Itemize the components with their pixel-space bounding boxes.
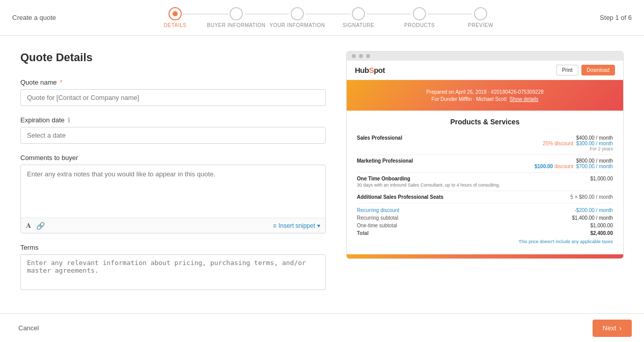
summary-section: Recurring discount -$200.00 / month Recu… (357, 203, 613, 247)
preview-body: Products & Services Sales Professional $… (347, 111, 623, 254)
logo-dot: S (369, 66, 374, 74)
product-row-onboarding: One Time Onboarding 30 days with an Inbo… (357, 173, 613, 191)
info-icon[interactable]: ℹ (68, 116, 70, 124)
quote-name-input[interactable] (20, 89, 326, 106)
step-your-information[interactable]: YOUR INFORMATION (267, 7, 328, 28)
browser-dot-1 (352, 54, 356, 58)
product-qty-seats: 5 × $80.00 / month (570, 194, 613, 200)
banner-date: Prepared on April 26, 2018 · #20180426-0… (426, 89, 544, 95)
step-label-products: PRODUCTS (404, 22, 435, 28)
create-quote-label: Create a quote (12, 14, 56, 21)
product-name-onboarding: One Time Onboarding 30 days with an Inbo… (357, 176, 500, 188)
product-name-seats: Additional Sales Professional Seats (357, 194, 443, 200)
snippet-icon: ≡ (273, 222, 276, 229)
quote-name-label: Quote name * (20, 78, 326, 86)
product-name-sales: Sales Professional (357, 135, 402, 141)
summary-row-discount: Recurring discount -$200.00 / month (357, 206, 613, 214)
expiration-date-field: Expiration date ℹ (20, 116, 326, 144)
step-label-details: DETAILS (164, 22, 186, 28)
step-preview[interactable]: PREVIEW (450, 7, 511, 28)
product-row-marketing: Marketing Professional $800.00 / month $… (357, 155, 613, 173)
summary-row-recurring: Recurring subtotal $1,400.00 / month (357, 214, 613, 222)
quote-name-field: Quote name * (20, 78, 326, 106)
toolbar-icons: 𝐀 🔗 (26, 221, 45, 230)
comments-toolbar: 𝐀 🔗 ≡ Insert snippet ▾ (21, 218, 325, 233)
page-title: Quote Details (20, 51, 326, 64)
preview-footer-bar (347, 254, 623, 258)
download-button[interactable]: Download (581, 65, 615, 75)
banner-company: For Dunder Mifflin · Michael Scott Show … (432, 96, 539, 102)
step-navigation: DETAILS BUYER INFORMATION YOUR INFORMATI… (56, 7, 600, 28)
step-circle-details (169, 7, 182, 20)
product-pricing-onboarding: $1,000.00 (591, 176, 613, 181)
browser-dot-3 (366, 54, 370, 58)
expiration-date-input[interactable] (20, 127, 326, 144)
page-header: Create a quote DETAILS BUYER INFORMATION… (0, 0, 644, 36)
step-circle-buyer (230, 7, 243, 20)
show-details-link[interactable]: Show details (510, 96, 539, 102)
preview-header: HubSpot Print Download (347, 61, 623, 80)
chevron-down-icon: ▾ (317, 222, 320, 229)
font-icon[interactable]: 𝐀 (26, 221, 31, 230)
step-counter: Step 1 of 6 (600, 14, 632, 21)
product-row-seats: Additional Sales Professional Seats 5 × … (357, 191, 613, 203)
step-circle-preview (474, 7, 487, 20)
step-label-preview: PREVIEW (468, 22, 493, 28)
form-panel: Quote Details Quote name * Expiration da… (20, 51, 326, 298)
tax-note: This price doesn't include any applicabl… (357, 239, 613, 244)
comments-textarea[interactable] (21, 165, 325, 216)
product-name-marketing: Marketing Professional (357, 158, 413, 164)
step-signature[interactable]: SIGNATURE (328, 7, 389, 28)
terms-field: Terms (20, 244, 326, 292)
insert-snippet-button[interactable]: ≡ Insert snippet ▾ (273, 222, 320, 229)
preview-panel: HubSpot Print Download Prepared on April… (346, 51, 624, 298)
preview-buttons: Print Download (556, 65, 615, 75)
step-label-buyer: BUYER INFORMATION (207, 22, 266, 28)
step-details[interactable]: DETAILS (145, 7, 206, 28)
products-title: Products & Services (357, 118, 613, 126)
step-label-your: YOUR INFORMATION (270, 22, 325, 28)
step-circle-products (413, 7, 426, 20)
comments-textarea-wrapper: 𝐀 🔗 ≡ Insert snippet ▾ (20, 165, 326, 233)
step-circle-signature (352, 7, 365, 20)
step-products[interactable]: PRODUCTS (389, 7, 450, 28)
expiration-date-label: Expiration date ℹ (20, 116, 326, 124)
browser-dot-2 (359, 54, 363, 58)
step-label-signature: SIGNATURE (343, 22, 374, 28)
summary-row-total: Total $2,400.00 (357, 229, 613, 237)
product-pricing-marketing: $800.00 / month $100.00 discount $700.00… (535, 158, 613, 169)
hubspot-logo: HubSpot (355, 66, 385, 74)
summary-row-onetime: One-time subtotal $1,000.00 (357, 222, 613, 229)
product-row-sales: Sales Professional $400.00 / month 25% d… (357, 132, 613, 155)
print-button[interactable]: Print (556, 65, 578, 75)
product-pricing-sales: $400.00 / month 25% discount $300.00 / m… (543, 135, 613, 151)
comments-label: Comments to buyer (20, 154, 326, 162)
browser-bar (347, 51, 623, 61)
quote-banner: Prepared on April 26, 2018 · #20180426-0… (347, 80, 623, 111)
terms-textarea[interactable] (20, 254, 326, 290)
terms-label: Terms (20, 244, 326, 251)
main-content: Quote Details Quote name * Expiration da… (0, 36, 644, 313)
step-circle-your (291, 7, 304, 20)
quote-preview: HubSpot Print Download Prepared on April… (346, 51, 624, 259)
link-icon[interactable]: 🔗 (36, 222, 45, 230)
comments-field: Comments to buyer 𝐀 🔗 ≡ Insert snippet ▾ (20, 154, 326, 233)
required-indicator: * (60, 78, 63, 86)
step-buyer-information[interactable]: BUYER INFORMATION (206, 7, 267, 28)
